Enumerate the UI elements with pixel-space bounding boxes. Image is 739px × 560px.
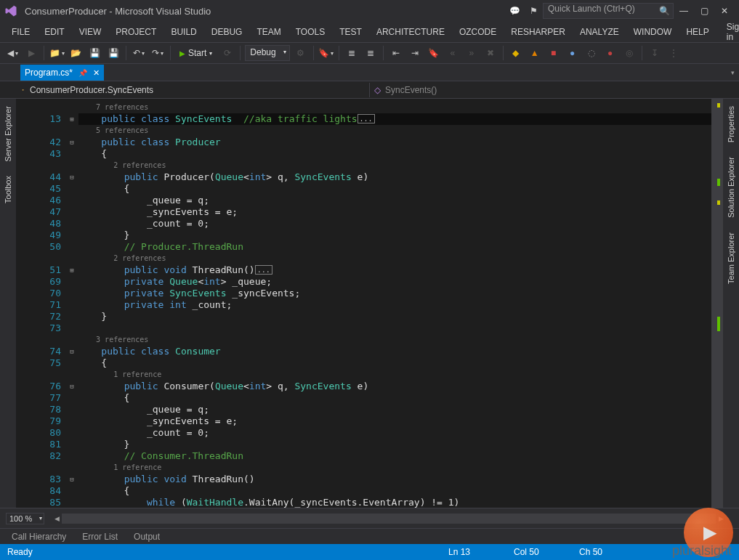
codelens-references[interactable]: 2 references xyxy=(78,253,711,264)
code-line[interactable]: public Producer(Queue<int> q, SyncEvents… xyxy=(78,171,711,183)
menu-resharper[interactable]: RESHARPER xyxy=(504,24,573,40)
menu-build[interactable]: BUILD xyxy=(163,24,203,40)
code-line[interactable]: _count = 0; xyxy=(78,218,711,230)
class-dropdown[interactable]: ⬞ ConsumerProducer.SyncEvents xyxy=(16,82,369,98)
configuration-dropdown[interactable]: Debug xyxy=(245,45,289,61)
code-line[interactable]: public class Producer xyxy=(78,137,711,148)
code-line[interactable]: _queue = q; xyxy=(78,195,711,206)
close-tab-icon[interactable]: ✕ xyxy=(93,68,100,78)
member-dropdown[interactable]: ◇ SyncEvents() xyxy=(370,82,723,98)
oz-icon-2[interactable]: ▲ xyxy=(527,45,543,61)
start-debug-button[interactable]: ▶ Start ▾ xyxy=(175,44,217,62)
quick-launch-input[interactable]: Quick Launch (Ctrl+Q) 🔍 xyxy=(543,3,674,19)
oz-icon-4[interactable]: ● xyxy=(565,45,581,61)
menu-ozcode[interactable]: OZCODE xyxy=(452,24,504,40)
open-file-button[interactable]: 📂 xyxy=(68,45,84,61)
scroll-track[interactable] xyxy=(62,514,716,524)
increase-indent-button[interactable]: ⇥ xyxy=(407,45,423,61)
fold-toggle-icon[interactable]: ⊞ xyxy=(65,264,78,276)
decrease-indent-button[interactable]: ⇤ xyxy=(388,45,404,61)
rail-team-explorer[interactable]: Team Explorer xyxy=(725,225,737,291)
undo-button[interactable]: ↶ xyxy=(131,45,147,61)
document-tab-active[interactable]: Program.cs* 📌 ✕ xyxy=(20,65,104,81)
comment-button[interactable]: ≣ xyxy=(344,45,360,61)
rail-server-explorer[interactable]: Server Explorer xyxy=(2,99,14,169)
code-line[interactable]: } xyxy=(78,230,711,241)
menu-test[interactable]: TEST xyxy=(332,24,369,40)
code-line[interactable]: public void ThreadRun() xyxy=(78,474,711,485)
rail-properties[interactable]: Properties xyxy=(725,99,737,150)
menu-help[interactable]: HELP xyxy=(679,24,716,40)
codelens-references[interactable]: 3 references xyxy=(78,334,711,346)
platform-button[interactable]: ⚙ xyxy=(293,45,309,61)
code-line[interactable]: { xyxy=(78,485,711,497)
menu-team[interactable]: TEAM xyxy=(249,24,288,40)
back-nav-button[interactable]: ◀ xyxy=(4,45,20,61)
oz-icon-1[interactable]: ◆ xyxy=(508,45,524,61)
active-files-dropdown[interactable]: ▾ xyxy=(726,65,739,81)
save-button[interactable]: 💾 xyxy=(86,45,102,61)
code-line[interactable]: public class SyncEvents //aka traffic li… xyxy=(78,113,711,125)
menu-architecture[interactable]: ARCHITECTURE xyxy=(369,24,452,40)
menu-tools[interactable]: TOOLS xyxy=(288,24,332,40)
maximize-button[interactable]: ▢ xyxy=(694,3,714,19)
code-viewport[interactable]: 1342434445464748495051697071727374757677… xyxy=(16,99,723,508)
code-line[interactable]: _syncEvents = e; xyxy=(78,415,711,427)
code-line[interactable] xyxy=(78,322,711,334)
forward-nav-button[interactable]: ▶ xyxy=(23,45,39,61)
bookmark-button[interactable]: 🔖 xyxy=(426,45,442,61)
code-line[interactable]: private SyncEvents _syncEvents; xyxy=(78,288,711,299)
fold-toggle-icon[interactable]: ⊟ xyxy=(65,474,78,485)
code-line[interactable]: _syncEvents = e; xyxy=(78,206,711,218)
new-project-button[interactable]: 📁 xyxy=(49,45,65,61)
rail-toolbox[interactable]: Toolbox xyxy=(2,169,14,211)
oz-icon-7[interactable]: ◎ xyxy=(621,45,637,61)
code-line[interactable]: } xyxy=(78,311,711,322)
fold-toggle-icon[interactable]: ⊞ xyxy=(65,113,78,125)
overflow-icon[interactable]: ⋮ xyxy=(666,45,682,61)
browser-select-button[interactable]: ⟳ xyxy=(219,45,235,61)
codelens-references[interactable]: 1 reference xyxy=(78,462,711,474)
codelens-references[interactable]: 7 references xyxy=(78,102,711,113)
code-line[interactable]: private Queue<int> _queue; xyxy=(78,276,711,288)
code-line[interactable]: _queue = q; xyxy=(78,404,711,415)
sign-in-link[interactable]: Sign in xyxy=(716,22,739,42)
bottom-tab-error-list[interactable]: Error List xyxy=(75,530,125,543)
fold-toggle-icon[interactable]: ⊟ xyxy=(65,346,78,357)
code-line[interactable]: private int _count; xyxy=(78,299,711,311)
bottom-tab-output[interactable]: Output xyxy=(126,530,167,543)
code-line[interactable]: _count = 0; xyxy=(78,427,711,439)
menu-window[interactable]: WINDOW xyxy=(626,24,679,40)
fold-toggle-icon[interactable]: ⊟ xyxy=(65,381,78,392)
zoom-dropdown[interactable]: 100 % xyxy=(6,513,44,524)
fold-gutter[interactable]: ⊞⊟⊟⊞⊟⊟⊟ xyxy=(65,99,78,508)
minimize-button[interactable]: — xyxy=(674,3,694,19)
horizontal-scrollbar[interactable]: ◀ ▶ xyxy=(52,513,726,524)
close-button[interactable]: ✕ xyxy=(714,3,735,19)
code-line[interactable]: // Producer.ThreadRun xyxy=(78,241,711,253)
oz-icon-5[interactable]: ◌ xyxy=(583,45,599,61)
code-line[interactable]: // Consumer.ThreadRun xyxy=(78,450,711,462)
find-in-files-button[interactable]: 🔖 xyxy=(318,45,334,61)
code-line[interactable]: } xyxy=(78,439,711,450)
save-all-button[interactable]: 💾 xyxy=(105,45,121,61)
codelens-references[interactable]: 5 references xyxy=(78,125,711,137)
fold-toggle-icon[interactable]: ⊟ xyxy=(65,171,78,183)
code-line[interactable]: { xyxy=(78,392,711,404)
notifications-icon[interactable]: ⚑ xyxy=(524,1,543,20)
oz-icon-6[interactable]: ● xyxy=(602,45,618,61)
prev-bookmark-button[interactable]: « xyxy=(445,45,461,61)
code-line[interactable]: while (WaitHandle.WaitAny(_syncEvents.Ev… xyxy=(78,497,711,508)
code-line[interactable]: public void ThreadRun()... xyxy=(78,264,711,276)
fold-toggle-icon[interactable]: ⊟ xyxy=(65,137,78,148)
step-icon[interactable]: ↧ xyxy=(647,45,663,61)
code-line[interactable]: { xyxy=(78,183,711,195)
codelens-references[interactable]: 2 references xyxy=(78,160,711,171)
pin-icon[interactable]: 📌 xyxy=(78,69,87,77)
uncomment-button[interactable]: ≣ xyxy=(363,45,379,61)
code-line[interactable]: public class Consumer xyxy=(78,346,711,357)
feedback-icon[interactable]: 💬 xyxy=(505,1,524,20)
overview-ruler[interactable] xyxy=(711,99,723,508)
next-bookmark-button[interactable]: » xyxy=(464,45,480,61)
menu-analyze[interactable]: ANALYZE xyxy=(573,24,626,40)
